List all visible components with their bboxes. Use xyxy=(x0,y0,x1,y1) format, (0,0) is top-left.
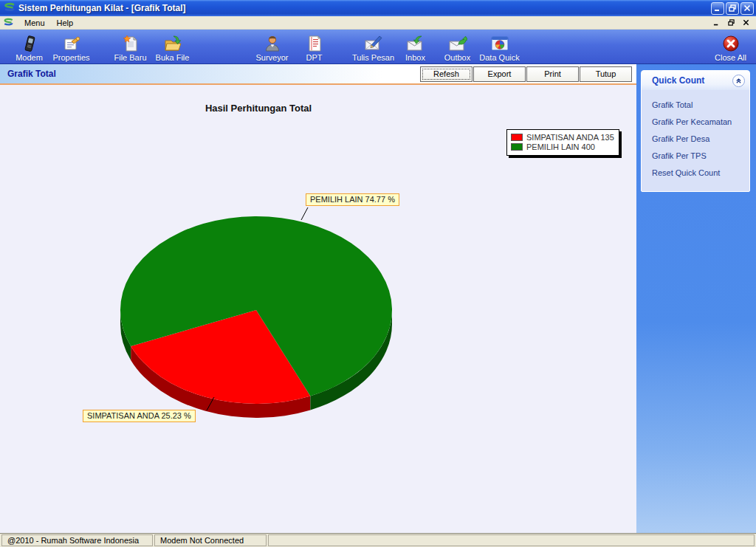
menu-item-menu[interactable]: Menu xyxy=(18,18,51,28)
legend-swatch-green xyxy=(511,143,523,151)
mdi-child-icon xyxy=(3,18,14,28)
legend-row: PEMILIH LAIN 400 xyxy=(511,142,614,151)
sidebar-item-reset-quick-count[interactable]: Reset Quick Count xyxy=(652,165,746,182)
sidebar-item-grafik-per-desa[interactable]: Grafik Per Desa xyxy=(652,131,746,148)
callout-simpatisan-anda: SIMPATISAN ANDA 25.23 % xyxy=(83,410,196,422)
legend-label: PEMILIH LAIN 400 xyxy=(526,142,595,151)
refresh-button[interactable]: Refesh xyxy=(420,66,472,82)
chart-area: Hasil Perhitungan Total SIMPATISAN ANDA … xyxy=(0,85,636,533)
print-button[interactable]: Print xyxy=(526,66,579,82)
title-bar: Sistem Perhitungan Kilat - [Grafik Total… xyxy=(0,0,756,16)
chart-legend: SIMPATISAN ANDA 135 PEMILIH LAIN 400 xyxy=(506,129,619,156)
collapse-chevron-icon[interactable] xyxy=(732,75,745,87)
outbox-icon xyxy=(448,33,467,52)
buka-file-button[interactable]: Buka File xyxy=(151,32,193,62)
sidebar-item-grafik-total[interactable]: Grafik Total xyxy=(652,97,746,114)
menu-item-help[interactable]: Help xyxy=(51,18,80,28)
callout-pemilih-lain: PEMILIH LAIN 74.77 % xyxy=(306,193,399,206)
surveyor-icon xyxy=(264,33,281,52)
mdi-restore-button[interactable] xyxy=(725,18,737,28)
app-window: Sistem Perhitungan Kilat - [Grafik Total… xyxy=(0,0,756,547)
menu-bar: Menu Help xyxy=(0,16,756,30)
mdi-minimize-button[interactable] xyxy=(710,18,722,28)
sidebar-item-grafik-per-kecamatan[interactable]: Grafik Per Kecamatan xyxy=(652,114,746,131)
modem-icon xyxy=(21,33,38,52)
open-file-icon xyxy=(163,33,182,52)
toolbar: Modem Properties File Baru Buka File Sur… xyxy=(0,30,756,64)
restore-button[interactable] xyxy=(726,2,739,15)
legend-row: SIMPATISAN ANDA 135 xyxy=(511,133,614,142)
close-all-icon xyxy=(722,33,740,52)
quick-count-panel: Quick Count Grafik Total Grafik Per Keca… xyxy=(636,64,756,533)
close-all-button[interactable]: Close All xyxy=(709,32,752,62)
modem-button[interactable]: Modem xyxy=(8,32,50,62)
data-quick-button[interactable]: Data Quick xyxy=(478,32,520,62)
export-button[interactable]: Export xyxy=(473,66,526,82)
status-bar: @2010 - Rumah Software Indonesia Modem N… xyxy=(0,533,756,547)
legend-swatch-red xyxy=(511,134,523,141)
inbox-button[interactable]: Inbox xyxy=(394,32,436,62)
minimize-button[interactable] xyxy=(711,2,724,15)
dpt-icon xyxy=(306,33,323,52)
status-modem: Modem Not Connected xyxy=(154,534,267,546)
mdi-close-button[interactable] xyxy=(740,18,752,28)
file-baru-button[interactable]: File Baru xyxy=(109,32,151,62)
page-title: Grafik Total xyxy=(0,69,419,79)
data-quick-icon xyxy=(490,33,509,52)
close-button[interactable] xyxy=(740,2,754,15)
sidebar-item-grafik-per-tps[interactable]: Grafik Per TPS xyxy=(652,148,746,165)
status-copyright: @2010 - Rumah Software Indonesia xyxy=(1,534,153,546)
main-region: Grafik Total Refesh Export Print Tutup H… xyxy=(0,64,756,533)
properties-icon xyxy=(63,33,80,52)
page-header: Grafik Total Refesh Export Print Tutup xyxy=(0,64,636,85)
compose-message-icon xyxy=(364,33,383,52)
tutup-button[interactable]: Tutup xyxy=(580,66,632,82)
properties-button[interactable]: Properties xyxy=(50,32,92,62)
outbox-button[interactable]: Outbox xyxy=(436,32,478,62)
window-title: Sistem Perhitungan Kilat - [Grafik Total… xyxy=(18,3,709,13)
surveyor-button[interactable]: Surveyor xyxy=(251,32,293,62)
legend-label: SIMPATISAN ANDA 135 xyxy=(526,133,614,142)
status-empty xyxy=(268,534,755,546)
inbox-icon xyxy=(406,33,425,52)
callout-leader-line xyxy=(301,207,308,220)
quick-count-title: Quick Count xyxy=(652,75,732,86)
app-logo-icon xyxy=(4,2,16,14)
new-file-icon xyxy=(122,33,140,52)
quick-count-header[interactable]: Quick Count xyxy=(642,71,749,90)
tulis-pesan-button[interactable]: Tulis Pesan xyxy=(352,32,394,62)
dpt-button[interactable]: DPT xyxy=(293,32,335,62)
